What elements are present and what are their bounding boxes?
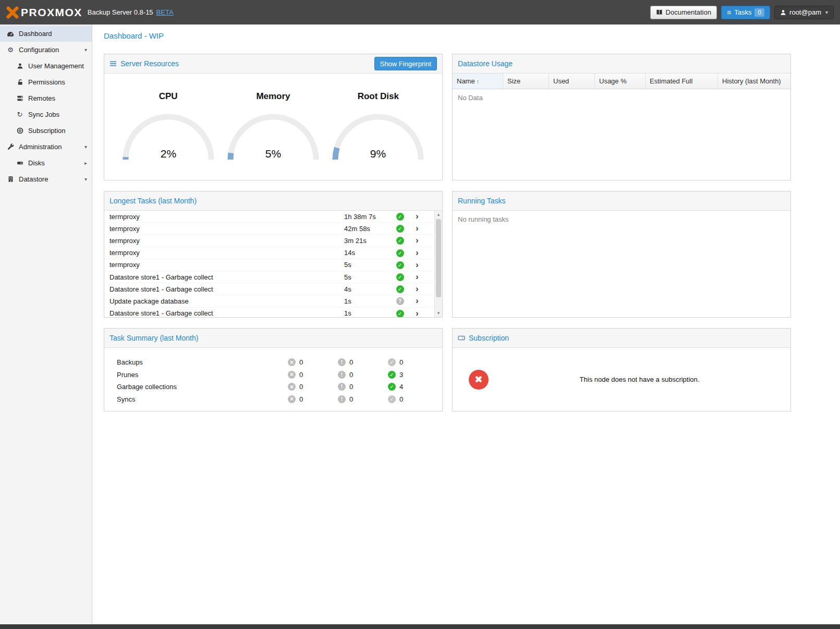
sidebar-item-subscription[interactable]: Subscription [0,123,92,139]
warning-count-icon [338,358,346,366]
task-row[interactable]: Datastore store1 - Garbage collect 1s › [104,308,434,318]
task-name: termproxy [104,249,344,257]
task-duration: 14s [344,249,394,257]
sidebar-item-label: User Management [28,62,84,70]
task-duration: 1s [344,309,394,317]
scroll-down-icon[interactable]: ▼ [435,309,442,317]
sidebar-item-disks[interactable]: Disks ▸ [0,155,92,171]
chevron-right-icon: ▸ [84,160,87,166]
scrollbar[interactable]: ▲ ▼ [434,211,442,317]
sidebar-item-administration[interactable]: Administration ▾ [0,139,92,155]
tasks-button[interactable]: ≡ Tasks 0 [721,6,770,19]
proxmox-x-icon [6,6,19,19]
error-count-icon [288,358,296,366]
chevron-right-icon[interactable]: › [406,212,429,221]
sidebar-item-label: Subscription [28,127,66,135]
summary-label: Backups [117,358,288,366]
chevron-right-icon[interactable]: › [406,297,429,305]
panel-title: Longest Tasks (last Month) [109,197,197,205]
task-name: Datastore store1 - Garbage collect [104,273,344,281]
task-duration: 5s [344,273,394,281]
task-row[interactable]: termproxy 3m 21s › [104,235,434,247]
page-title: Dashboard - WIP [104,31,840,40]
task-status-icon [396,310,404,317]
sidebar-item-sync-jobs[interactable]: ↻ Sync Jobs [0,106,92,123]
column-header-estimated-full[interactable]: Estimated Full [646,74,718,89]
chevron-right-icon[interactable]: › [406,236,429,245]
server-resources-panel: Server Resources Show Fingerprint CPU 2% [104,54,443,180]
no-subscription-icon [469,370,489,390]
beta-link[interactable]: BETA [156,8,174,16]
chevron-right-icon[interactable]: › [406,224,429,233]
sidebar-item-label: Sync Jobs [28,111,59,118]
sort-asc-icon: ↑ [477,78,480,84]
panel-title: Running Tasks [458,197,506,205]
scroll-up-icon[interactable]: ▲ [435,211,442,219]
show-fingerprint-button[interactable]: Show Fingerprint [374,57,437,70]
task-status-icon [396,225,404,233]
column-header-history[interactable]: History (last Month) [718,74,790,89]
server-icon [16,95,24,102]
product-version: Backup Server 0.8-15 [88,8,153,16]
panel-title: Server Resources [120,59,179,68]
chevron-down-icon: ▾ [84,144,87,150]
task-row[interactable]: Datastore store1 - Garbage collect 4s › [104,283,434,295]
ok-count-icon [388,383,396,391]
summary-row: Prunes 0 0 3 [117,369,442,381]
sidebar-item-dashboard[interactable]: Dashboard [0,26,92,42]
tasks-list-icon: ≡ [727,8,731,17]
task-status-icon [396,285,404,293]
gauge-value: 2% [160,148,176,160]
bottom-strip [0,624,840,629]
chevron-right-icon[interactable]: › [406,309,429,317]
datastore-usage-panel: Datastore Usage Name↑ Size Used Usage % … [452,54,791,180]
error-count-icon [288,371,296,379]
task-summary-table: Backups 0 0 0 Prunes 0 0 3 Garbage c [104,348,442,405]
warning-count: 0 [349,371,353,379]
documentation-button[interactable]: Documentation [650,6,717,19]
ticket-icon [458,334,465,342]
task-row[interactable]: termproxy 5s › [104,259,434,271]
cpu-gauge: CPU 2% [116,81,221,163]
gauge-label: Root Disk [326,91,431,102]
task-row[interactable]: Update package database 1s › [104,295,434,307]
sidebar-item-permissions[interactable]: Permissions [0,74,92,90]
column-header-used[interactable]: Used [549,74,595,89]
chevron-right-icon[interactable]: › [406,261,429,269]
task-row[interactable]: Datastore store1 - Garbage collect 5s › [104,271,434,283]
task-status-icon [396,237,404,245]
summary-label: Prunes [117,371,288,379]
sidebar-item-user-management[interactable]: User Management [0,58,92,74]
column-header-usage[interactable]: Usage % [595,74,646,89]
panel-title: Subscription [469,334,509,342]
task-row[interactable]: termproxy 1h 38m 7s › [104,211,434,223]
task-duration: 42m 58s [344,225,394,233]
chevron-right-icon[interactable]: › [406,249,429,257]
task-row[interactable]: termproxy 14s › [104,247,434,259]
sidebar-item-datastore[interactable]: Datastore ▾ [0,171,92,187]
chevron-right-icon[interactable]: › [406,285,429,293]
sidebar-item-label: Dashboard [19,30,52,38]
sidebar-item-configuration[interactable]: ⚙ Configuration ▾ [0,42,92,58]
user-menu-button[interactable]: root@pam ▾ [774,6,834,19]
ok-count-icon [388,358,396,366]
chevron-down-icon: ▾ [825,9,828,15]
running-tasks-panel: Running Tasks No running tasks [452,191,791,318]
summary-row: Syncs 0 0 0 [117,393,442,406]
chevron-right-icon[interactable]: › [406,273,429,281]
task-status-icon [396,213,404,221]
topbar: PROXMOX Backup Server 0.8-15 BETA Docume… [0,0,840,25]
empty-state-text: No Data [453,89,790,106]
summary-row: Backups 0 0 0 [117,356,442,369]
sidebar-item-remotes[interactable]: Remotes [0,90,92,106]
gauges: CPU 2% Memory 5 [104,74,442,163]
building-icon [6,176,15,183]
longest-tasks-panel: Longest Tasks (last Month) termproxy 1h … [104,191,443,318]
scrollbar-thumb[interactable] [436,219,441,297]
task-row[interactable]: termproxy 42m 58s › [104,223,434,235]
gauge-value: 5% [265,148,281,160]
error-count: 0 [299,371,303,379]
task-status-icon [396,249,404,257]
column-header-name[interactable]: Name↑ [453,74,503,89]
column-header-size[interactable]: Size [503,74,549,89]
